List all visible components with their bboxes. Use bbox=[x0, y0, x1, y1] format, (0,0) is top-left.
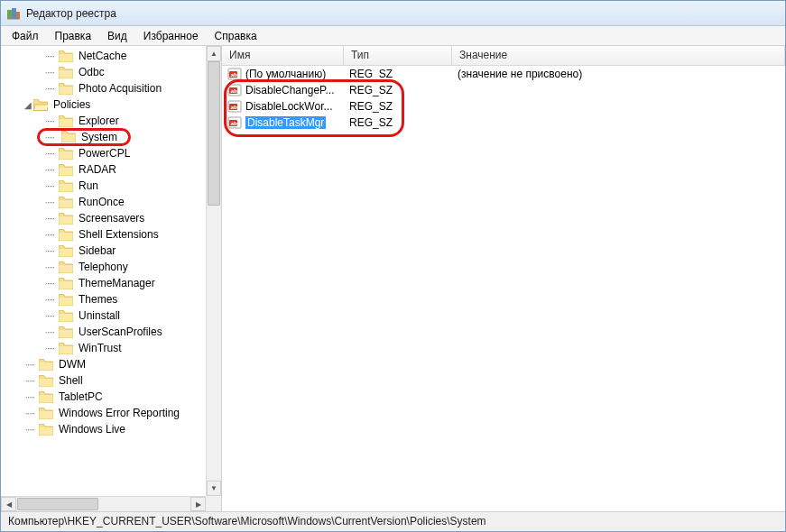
tree-connector: ····· bbox=[42, 245, 57, 256]
tree-item[interactable]: ·····RunOnce bbox=[1, 194, 221, 210]
tree-item-label[interactable]: TabletPC bbox=[57, 390, 105, 403]
tree-scrollbar-vertical[interactable]: ▲ ▼ bbox=[206, 46, 221, 496]
scroll-thumb-vertical[interactable] bbox=[208, 61, 220, 206]
tree-item[interactable]: ·····TabletPC bbox=[1, 389, 221, 405]
tree-connector: ····· bbox=[42, 310, 57, 321]
tree-item[interactable]: ◢Policies bbox=[1, 96, 221, 113]
list-row[interactable]: (По умолчанию)REG_SZ(значение не присвое… bbox=[222, 66, 785, 82]
column-header-type[interactable]: Тип bbox=[344, 46, 452, 65]
reg-string-icon bbox=[227, 99, 242, 114]
folder-icon bbox=[59, 164, 73, 176]
tree-item-label[interactable]: Windows Error Reporting bbox=[57, 407, 181, 419]
tree-item[interactable]: ·····Telephony bbox=[1, 259, 221, 275]
tree-item[interactable]: ·····System bbox=[1, 129, 221, 145]
column-header-name[interactable]: Имя bbox=[222, 46, 344, 65]
tree-connector: ····· bbox=[42, 148, 57, 159]
tree-item-label[interactable]: Windows Live bbox=[57, 423, 127, 436]
tree-connector: ····· bbox=[42, 343, 57, 353]
menu-edit[interactable]: Правка bbox=[48, 28, 99, 44]
menu-view[interactable]: Вид bbox=[100, 28, 134, 44]
content-area: ·····NetCache·····Odbc·····Photo Acquisi… bbox=[1, 46, 785, 511]
tree-item-label[interactable]: Odbc bbox=[77, 66, 106, 78]
scroll-left-icon[interactable]: ◀ bbox=[1, 497, 16, 511]
tree-item-label[interactable]: System bbox=[79, 131, 119, 143]
tree-item[interactable]: ·····UserScanProfiles bbox=[1, 324, 221, 340]
tree-item[interactable]: ·····Run bbox=[1, 178, 221, 194]
tree-item-label[interactable]: NetCache bbox=[77, 50, 128, 62]
tree-item[interactable]: ·····Shell Extensions bbox=[1, 226, 221, 243]
tree-item[interactable]: ·····RADAR bbox=[1, 161, 221, 178]
tree-connector: ····· bbox=[42, 67, 57, 78]
tree-item[interactable]: ·····PowerCPL bbox=[1, 145, 221, 161]
tree-item[interactable]: ·····Photo Acquisition bbox=[1, 80, 221, 96]
tree-item[interactable]: ·····Screensavers bbox=[1, 210, 221, 226]
tree-item-label[interactable]: Run bbox=[77, 179, 100, 192]
tree-item[interactable]: ·····Odbc bbox=[1, 64, 221, 80]
tree-item-label[interactable]: Sidebar bbox=[77, 244, 117, 257]
tree-item-label[interactable]: Explorer bbox=[77, 115, 121, 127]
tree-item[interactable]: ·····ThemeManager bbox=[1, 275, 221, 291]
cell-type: REG_SZ bbox=[344, 100, 452, 113]
tree-item[interactable]: ·····WinTrust bbox=[1, 340, 221, 356]
tree-item-label[interactable]: Screensavers bbox=[77, 212, 146, 225]
folder-icon bbox=[59, 197, 73, 208]
registry-tree[interactable]: ·····NetCache·····Odbc·····Photo Acquisi… bbox=[1, 46, 221, 511]
status-path: Компьютер\HKEY_CURRENT_USER\Software\Mic… bbox=[8, 515, 486, 527]
expander-icon[interactable]: ◢ bbox=[23, 100, 33, 110]
scroll-right-icon[interactable]: ▶ bbox=[190, 497, 206, 511]
folder-icon bbox=[59, 278, 73, 289]
column-header-value[interactable]: Значение bbox=[452, 46, 785, 65]
tree-connector: ····· bbox=[42, 164, 57, 175]
tree-connector: ····· bbox=[42, 115, 57, 126]
tree-item-label[interactable]: Photo Acquisition bbox=[77, 82, 163, 95]
scroll-up-icon[interactable]: ▲ bbox=[207, 46, 221, 61]
tree-item-label[interactable]: DWM bbox=[57, 358, 88, 371]
menubar: Файл Правка Вид Избранное Справка bbox=[1, 26, 785, 46]
tree-connector: ····· bbox=[42, 50, 57, 61]
menu-help[interactable]: Справка bbox=[208, 28, 264, 44]
tree-item-label[interactable]: Telephony bbox=[77, 261, 130, 273]
tree-item[interactable]: ·····Uninstall bbox=[1, 307, 221, 324]
tree-item[interactable]: ·····Shell bbox=[1, 372, 221, 389]
titlebar[interactable]: Редактор реестра bbox=[1, 1, 785, 26]
list-row[interactable]: DisableChangeP...REG_SZ bbox=[222, 82, 785, 98]
tree-item[interactable]: ·····Themes bbox=[1, 291, 221, 307]
tree-item[interactable]: ·····DWM bbox=[1, 356, 221, 372]
tree-item-label[interactable]: PowerCPL bbox=[77, 147, 132, 160]
regedit-icon bbox=[6, 6, 21, 21]
folder-icon bbox=[33, 99, 48, 111]
tree-item[interactable]: ·····Explorer bbox=[1, 113, 221, 129]
tree-item[interactable]: ·····Sidebar bbox=[1, 243, 221, 259]
scroll-thumb-horizontal[interactable] bbox=[17, 498, 98, 510]
tree-item-label[interactable]: Policies bbox=[51, 98, 92, 111]
tree-item-label[interactable]: RunOnce bbox=[77, 196, 126, 208]
tree-scrollbar-horizontal[interactable]: ◀ ▶ bbox=[1, 496, 206, 511]
folder-icon bbox=[59, 261, 73, 273]
menu-file[interactable]: Файл bbox=[5, 28, 46, 44]
list-row[interactable]: DisableLockWor...REG_SZ bbox=[222, 98, 785, 115]
tree-item-label[interactable]: Uninstall bbox=[77, 309, 122, 322]
tree-item-label[interactable]: RADAR bbox=[77, 163, 118, 176]
tree-item[interactable]: ·····Windows Error Reporting bbox=[1, 405, 221, 421]
tree-item[interactable]: ·····Windows Live bbox=[1, 421, 221, 437]
tree-item[interactable]: ·····NetCache bbox=[1, 48, 221, 64]
tree-item-label[interactable]: Themes bbox=[77, 293, 119, 306]
tree-item-label[interactable]: WinTrust bbox=[77, 342, 124, 354]
tree-item-label[interactable]: Shell bbox=[57, 374, 85, 387]
folder-icon bbox=[59, 310, 73, 322]
list-body[interactable]: (По умолчанию)REG_SZ(значение не присвое… bbox=[222, 66, 785, 511]
menu-favorites[interactable]: Избранное bbox=[136, 28, 206, 44]
folder-icon bbox=[39, 375, 53, 387]
tree-item-label[interactable]: UserScanProfiles bbox=[77, 326, 164, 338]
folder-icon bbox=[39, 359, 53, 371]
cell-name: DisableTaskMgr bbox=[222, 115, 344, 130]
cell-type: REG_SZ bbox=[344, 68, 452, 80]
list-header[interactable]: Имя Тип Значение bbox=[222, 46, 785, 66]
tree-connector: ····· bbox=[42, 213, 57, 224]
tree-item-label[interactable]: ThemeManager bbox=[77, 277, 157, 289]
folder-icon bbox=[59, 245, 73, 257]
list-row[interactable]: DisableTaskMgrREG_SZ bbox=[222, 115, 785, 131]
statusbar: Компьютер\HKEY_CURRENT_USER\Software\Mic… bbox=[1, 511, 785, 531]
scroll-down-icon[interactable]: ▼ bbox=[207, 481, 221, 496]
tree-item-label[interactable]: Shell Extensions bbox=[77, 228, 161, 241]
